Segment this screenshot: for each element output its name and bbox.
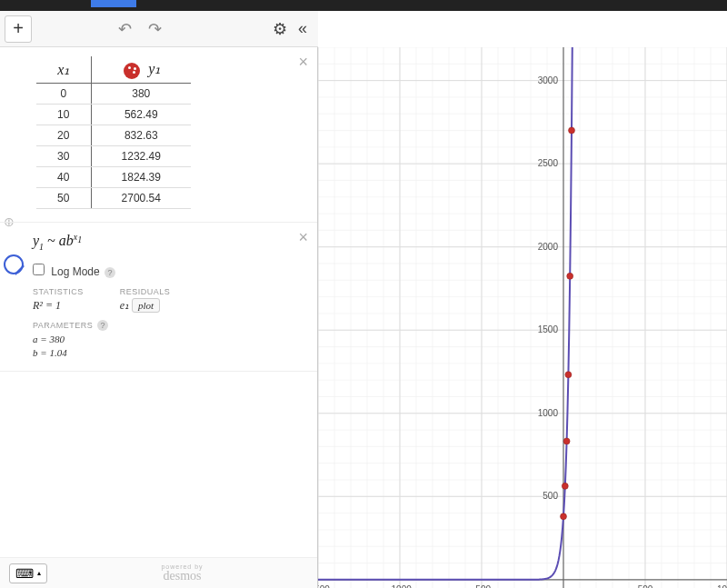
svg-text:1000: 1000 [538,408,559,418]
regression-panel: × y1 ~ abx1 Log Mode ? STATISTICS R² = 1… [0,223,317,373]
table-row[interactable]: 401824.39 [36,166,191,187]
plot-residuals-button[interactable]: plot [132,298,160,313]
table-cell[interactable]: 10 [36,104,91,125]
residual-var: e₁ [120,299,129,312]
table-cell[interactable]: 0 [36,83,91,104]
svg-point-87 [567,273,573,279]
collapse-panel-icon[interactable]: « [298,19,307,39]
table-cell[interactable]: 40 [36,166,91,187]
table-cell[interactable]: 380 [91,83,191,104]
svg-text:500: 500 [638,584,653,588]
point-style-icon[interactable] [124,63,140,79]
table-cell[interactable]: 1824.39 [91,166,191,187]
table-panel: × x₁ y₁ 038010562.4920832.63301232.49401… [0,47,317,223]
svg-text:-500: -500 [473,584,491,588]
y-header: y₁ [148,61,160,76]
close-icon[interactable]: × [298,53,308,72]
table-cell[interactable]: 832.63 [91,125,191,145]
table-row[interactable]: 301232.49 [36,145,191,166]
data-table[interactable]: x₁ y₁ 038010562.4920832.63301232.4940182… [36,56,191,209]
expression-list: ⊕ × x₁ y₁ 038010562.4920832.63301232.494… [0,47,318,588]
svg-text:2500: 2500 [538,158,559,168]
table-row[interactable]: 20832.63 [36,125,191,145]
residuals-label: RESIDUALS [120,287,171,296]
keyboard-icon: ⌨ [15,566,34,581]
svg-text:-1000: -1000 [388,584,412,588]
table-cell[interactable]: 2700.54 [91,187,191,208]
svg-point-88 [569,127,575,134]
settings-icon[interactable]: ⚙ [273,19,287,39]
r-squared-value: R² = 1 [33,299,84,313]
undo-button[interactable]: ↶ [118,19,132,39]
log-mode-label: Log Mode [51,265,99,278]
table-cell[interactable]: 20 [36,125,91,145]
graph-canvas[interactable]: -1500-1000-50050010005001000150020002500… [318,47,727,588]
svg-text:3000: 3000 [538,75,559,85]
param-b: b = 1.04 [33,347,299,358]
keyboard-button[interactable]: ⌨ ▴ [9,563,47,583]
statistics-label: STATISTICS [33,287,84,296]
table-row[interactable]: 10562.49 [36,104,191,125]
footer: ⌨ ▴ powered by desmos [0,557,317,588]
desmos-logo: powered by desmos [47,563,317,583]
svg-point-86 [565,372,572,378]
table-cell[interactable]: 30 [36,145,91,166]
close-icon[interactable]: × [298,228,308,247]
table-cell[interactable]: 562.49 [91,104,191,125]
top-menubar [0,0,727,11]
log-mode-checkbox[interactable] [33,264,45,275]
add-expression-button[interactable]: + [5,15,32,43]
svg-text:1500: 1500 [538,324,559,334]
svg-point-85 [563,438,570,444]
table-row[interactable]: 502700.54 [36,187,191,208]
svg-point-83 [561,513,567,520]
help-icon[interactable]: ? [105,267,115,278]
parameters-label: PARAMETERS [33,321,93,330]
toolbar: + ↶ ↷ ⚙ « [0,11,318,47]
param-a: a = 380 [33,334,299,344]
table-cell[interactable]: 1232.49 [91,145,191,166]
svg-text:2000: 2000 [538,242,559,252]
help-icon[interactable]: ? [97,320,108,331]
graph-area[interactable]: -1500-1000-50050010005001000150020002500… [318,47,727,588]
regression-formula[interactable]: y1 ~ abx1 [33,232,299,252]
x-header: x₁ [57,62,69,77]
svg-text:-1500: -1500 [318,584,330,588]
svg-text:1000: 1000 [717,584,727,588]
svg-point-84 [562,483,568,489]
redo-button[interactable]: ↷ [148,19,162,39]
svg-text:500: 500 [543,491,558,501]
table-cell[interactable]: 50 [36,187,91,208]
table-row[interactable]: 0380 [36,83,191,104]
